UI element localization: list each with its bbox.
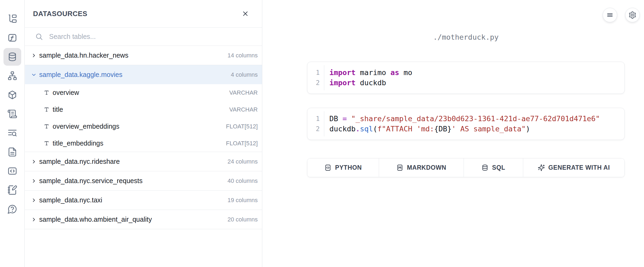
column-row[interactable]: titleVARCHAR: [25, 101, 262, 118]
cells-container: 12import marimo as moimport duckdb12DB =…: [307, 62, 625, 140]
table-name: sample_data.kaggle.movies: [39, 71, 122, 79]
column-name: overview_embeddings: [53, 123, 119, 130]
sidebar-item-scratchpad[interactable]: [3, 181, 21, 199]
type-text-icon: [43, 106, 50, 113]
column-type: FLOAT[512]: [226, 123, 258, 130]
column-count: 19 columns: [227, 197, 258, 204]
tables-list: sample_data.hn.hacker_news14 columnssamp…: [25, 46, 262, 229]
table-row[interactable]: sample_data.kaggle.movies4 columns: [25, 65, 262, 84]
scroll-icon: [7, 109, 17, 119]
sidebar-item-dependency-graph[interactable]: [3, 67, 21, 85]
activity-bar: [0, 0, 25, 267]
code-cell[interactable]: 12import marimo as moimport duckdb: [307, 62, 625, 94]
add-cell-bar: PYTHONMARKDOWNSQLGENERATE WITH AI: [307, 158, 625, 177]
column-row[interactable]: overview_embeddingsFLOAT[512]: [25, 118, 262, 135]
column-count: 40 columns: [227, 177, 258, 184]
table-name: sample_data.nyc.rideshare: [39, 158, 120, 165]
table-row[interactable]: sample_data.nyc.service_requests40 colum…: [25, 171, 262, 190]
table-row[interactable]: sample_data.nyc.rideshare24 columns: [25, 152, 262, 171]
sidebar-item-log-search[interactable]: [3, 124, 21, 142]
package-icon: [7, 90, 17, 100]
table-group: sample_data.who.ambient_air_quality20 co…: [25, 210, 262, 229]
chevron-right-icon: [31, 198, 37, 203]
code-line: DB = "_share/sample_data/23b0d623-1361-4…: [329, 114, 600, 124]
column-name: title: [53, 106, 63, 113]
code-content: import marimo as moimport duckdb: [324, 62, 418, 94]
add-generate-with-ai-button[interactable]: GENERATE WITH AI: [523, 158, 624, 177]
table-group: sample_data.hn.hacker_news14 columns: [25, 46, 262, 65]
column-count: 14 columns: [227, 52, 258, 59]
sidebar-item-datasources[interactable]: [3, 48, 21, 66]
sidebar-item-scroll[interactable]: [3, 105, 21, 123]
code-cell[interactable]: 12DB = "_share/sample_data/23b0d623-1361…: [307, 108, 625, 140]
scratchpad-icon: [7, 185, 17, 195]
table-name: sample_data.nyc.taxi: [39, 196, 102, 204]
table-row[interactable]: sample_data.hn.hacker_news14 columns: [25, 46, 262, 65]
code-line: import duckdb: [329, 78, 412, 88]
close-panel-button[interactable]: [239, 8, 251, 20]
file-tree-icon: [7, 14, 17, 24]
sidebar-item-help[interactable]: [3, 200, 21, 218]
add-python-button[interactable]: PYTHON: [307, 158, 379, 177]
column-name: overview: [53, 89, 79, 97]
table-row[interactable]: sample_data.who.ambient_air_quality20 co…: [25, 210, 262, 229]
sidebar-item-package[interactable]: [3, 86, 21, 104]
table-group: sample_data.nyc.taxi19 columns: [25, 191, 262, 210]
table-group: sample_data.nyc.rideshare24 columns: [25, 152, 262, 171]
sidebar-item-function[interactable]: [3, 29, 21, 47]
chevron-right-icon: [31, 178, 37, 184]
type-text-icon: [43, 140, 50, 146]
menu-button[interactable]: [603, 8, 617, 22]
python-cell-icon: [324, 164, 332, 171]
line-number: 2: [307, 78, 320, 88]
sidebar-item-code-snippet[interactable]: [3, 162, 21, 180]
column-type: VARCHAR: [229, 89, 258, 96]
columns-list: overviewVARCHARtitleVARCHARoverview_embe…: [25, 84, 262, 152]
search-input[interactable]: [49, 33, 256, 40]
column-type: VARCHAR: [229, 106, 258, 113]
code-line: import marimo as mo: [329, 68, 412, 78]
line-number-gutter: 12: [307, 111, 324, 136]
code-content: DB = "_share/sample_data/23b0d623-1361-4…: [324, 108, 605, 140]
notebook-area: ./motherduck.py 12import marimo as moimp…: [263, 0, 644, 267]
search-icon: [35, 33, 43, 41]
add-sql-button[interactable]: SQL: [464, 158, 523, 177]
close-icon: [242, 10, 249, 17]
column-count: 20 columns: [227, 216, 258, 223]
code-snippet-icon: [7, 166, 17, 176]
log-search-icon: [7, 128, 17, 138]
add-cell-button-label: SQL: [492, 164, 505, 171]
sidebar-item-file-tree[interactable]: [3, 10, 21, 28]
sidebar-item-document[interactable]: [3, 143, 21, 161]
add-cell-button-label: MARKDOWN: [407, 164, 446, 171]
column-row[interactable]: overviewVARCHAR: [25, 84, 262, 101]
add-cell-button-label: GENERATE WITH AI: [548, 164, 610, 171]
sql-cell-icon: [481, 164, 489, 171]
code-line: duckdb.sql(f"ATTACH 'md:{DB}' AS sample_…: [329, 124, 600, 134]
markdown-cell-icon: [396, 164, 403, 171]
document-icon: [7, 147, 17, 157]
settings-button[interactable]: [625, 8, 640, 22]
chevron-right-icon: [31, 53, 37, 58]
notebook-filename: ./motherduck.py: [307, 33, 625, 41]
chevron-right-icon: [31, 159, 37, 164]
table-name: sample_data.nyc.service_requests: [39, 177, 143, 185]
line-number-gutter: 12: [307, 65, 324, 90]
column-name: title_embeddings: [53, 139, 103, 147]
type-text-icon: [43, 123, 50, 129]
table-group: sample_data.nyc.service_requests40 colum…: [25, 171, 262, 191]
search-row: [25, 28, 262, 46]
column-count: 4 columns: [231, 71, 258, 78]
type-text-icon: [43, 90, 50, 96]
table-row[interactable]: sample_data.nyc.taxi19 columns: [25, 191, 262, 210]
line-number: 1: [307, 68, 320, 78]
marimo-app: DATASOURCES sample_data.hn.hacker_news14…: [0, 0, 644, 267]
line-number: 1: [307, 114, 320, 124]
chevron-right-icon: [31, 217, 37, 222]
add-markdown-button[interactable]: MARKDOWN: [379, 158, 464, 177]
column-row[interactable]: title_embeddingsFLOAT[512]: [25, 135, 262, 152]
panel-header: DATASOURCES: [25, 0, 262, 28]
column-count: 24 columns: [227, 158, 258, 165]
column-type: FLOAT[512]: [226, 140, 258, 147]
add-cell-button-label: PYTHON: [335, 164, 362, 171]
